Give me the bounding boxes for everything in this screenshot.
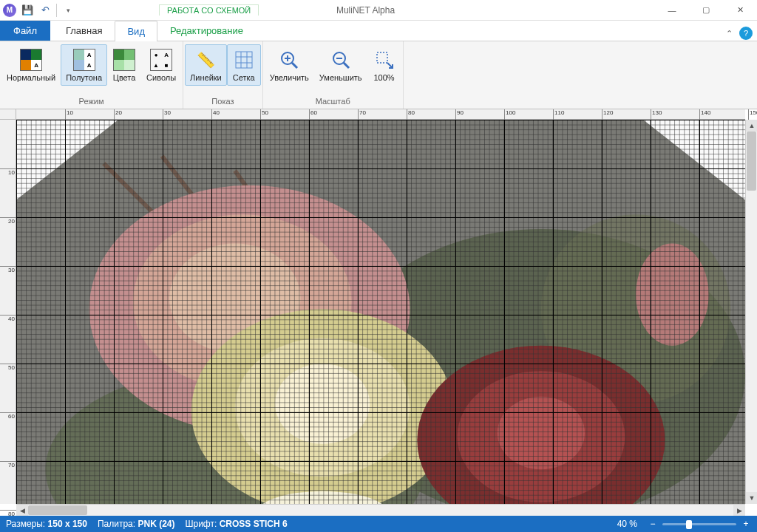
scroll-up-button[interactable]: ▲ — [746, 120, 757, 132]
grid-icon — [232, 48, 256, 72]
grid-overlay — [16, 120, 745, 504]
zoom-in-button[interactable]: Увеличить — [265, 44, 314, 86]
zoom-slider[interactable]: − + — [648, 519, 751, 529]
scroll-thumb-h[interactable] — [28, 505, 87, 515]
scroll-left-button[interactable]: ◀ — [16, 505, 28, 516]
help-button[interactable]: ? — [739, 27, 753, 40]
ribbon-group-show-label: Показ — [211, 95, 234, 107]
zoom-track[interactable] — [662, 523, 736, 525]
ribbon-group-show: 📏 Линейки Сетка Показ — [183, 41, 263, 109]
title-bar: M 💾 ↶ ▾ РАБОТА СО СХЕМОЙ MuliNET Alpha —… — [0, 0, 757, 21]
vertical-ruler[interactable]: 1020304050607080 — [0, 120, 16, 504]
save-button[interactable]: 💾 — [19, 2, 35, 18]
ribbon-group-mode-label: Режим — [79, 95, 104, 107]
ribbon-group-scale: Увеличить Уменьшить 100% Масштаб — [263, 41, 404, 109]
mode-symbols-icon: ●A▲■ — [149, 48, 173, 72]
quick-access-toolbar: 💾 ↶ ▾ — [19, 2, 76, 18]
close-button[interactable]: ✕ — [723, 0, 757, 21]
zoom-100-icon — [373, 48, 396, 72]
mode-colors-icon — [112, 48, 136, 72]
undo-button[interactable]: ↶ — [37, 2, 53, 18]
scroll-down-button[interactable]: ▼ — [746, 492, 757, 504]
mode-halftones-label: Полутона — [66, 73, 102, 82]
zoom-in-label: Увеличить — [270, 73, 309, 82]
zoom-out-button[interactable]: Уменьшить — [314, 44, 367, 86]
zoom-plus-button[interactable]: + — [741, 519, 751, 529]
status-zoom-value[interactable]: 40 % — [617, 519, 637, 529]
status-bar: Размеры: 150 x 150 Палитра: PNK (24) Шри… — [0, 516, 757, 532]
mode-symbols-label: Сиволы — [146, 73, 176, 82]
svg-rect-0 — [236, 52, 252, 68]
ribbon-panel: A Нормальный AA Полутона Цвета ●A▲■ — [0, 41, 757, 109]
svg-rect-12 — [377, 52, 387, 63]
mode-halftones-icon: AA — [72, 48, 96, 72]
show-rulers-button[interactable]: 📏 Линейки — [185, 44, 227, 86]
ribbon-group-mode: A Нормальный AA Полутона Цвета ●A▲■ — [0, 41, 183, 109]
horizontal-ruler[interactable]: 102030405060708090100110120130140150 — [16, 109, 745, 120]
status-size: Размеры: 150 x 150 — [6, 519, 87, 529]
mode-normal-icon: A — [19, 48, 43, 72]
svg-line-10 — [344, 63, 349, 68]
ruler-corner — [0, 109, 16, 120]
vertical-scrollbar[interactable]: ▲ ▼ — [745, 120, 757, 504]
tab-home[interactable]: Главная — [53, 20, 115, 41]
mode-normal-button[interactable]: A Нормальный — [1, 44, 61, 86]
mode-normal-label: Нормальный — [7, 73, 55, 82]
qat-separator — [56, 4, 57, 17]
zoom-minus-button[interactable]: − — [648, 519, 658, 529]
scroll-right-button[interactable]: ▶ — [733, 505, 745, 516]
zoom-in-icon — [277, 48, 301, 72]
show-rulers-label: Линейки — [190, 73, 222, 82]
mode-colors-button[interactable]: Цвета — [107, 44, 141, 86]
scroll-thumb-v[interactable] — [747, 132, 756, 191]
tab-view[interactable]: Вид — [115, 21, 157, 41]
mode-colors-label: Цвета — [113, 73, 136, 82]
mode-symbols-button[interactable]: ●A▲■ Сиволы — [141, 44, 181, 86]
window-controls: — ▢ ✕ — [655, 0, 757, 21]
zoom-thumb[interactable] — [686, 520, 692, 529]
maximize-button[interactable]: ▢ — [689, 0, 723, 21]
zoom-out-icon — [329, 48, 353, 72]
ribbon-collapse-button[interactable]: ⌃ — [722, 26, 736, 41]
mode-halftones-button[interactable]: AA Полутона — [61, 44, 107, 86]
status-palette: Палитра: PNK (24) — [98, 519, 175, 529]
horizontal-scrollbar[interactable]: ◀ ▶ — [16, 504, 745, 516]
show-grid-button[interactable]: Сетка — [227, 44, 261, 86]
zoom-100-button[interactable]: 100% — [367, 44, 401, 86]
ribbon-group-scale-label: Масштаб — [316, 95, 350, 107]
tab-editing[interactable]: Редактирование — [157, 20, 256, 41]
tab-file[interactable]: Файл — [0, 21, 50, 41]
contextual-tab-group-title: РАБОТА СО СХЕМОЙ — [159, 4, 259, 16]
zoom-out-label: Уменьшить — [319, 73, 362, 82]
svg-line-6 — [292, 63, 297, 68]
design-canvas[interactable] — [16, 120, 745, 504]
qat-customize-button[interactable]: ▾ — [60, 2, 76, 18]
zoom-100-label: 100% — [373, 73, 394, 82]
ruler-icon: 📏 — [194, 48, 217, 72]
design-canvas-area: 102030405060708090100110120130140150 102… — [0, 109, 757, 516]
minimize-button[interactable]: — — [655, 0, 689, 21]
ribbon-tab-strip: Файл Главная Вид Редактирование ⌃ ? — [0, 21, 757, 41]
app-logo-icon: M — [3, 4, 16, 17]
show-grid-label: Сетка — [233, 73, 255, 82]
status-font: Шрифт: CROSS STICH 6 — [185, 519, 287, 529]
